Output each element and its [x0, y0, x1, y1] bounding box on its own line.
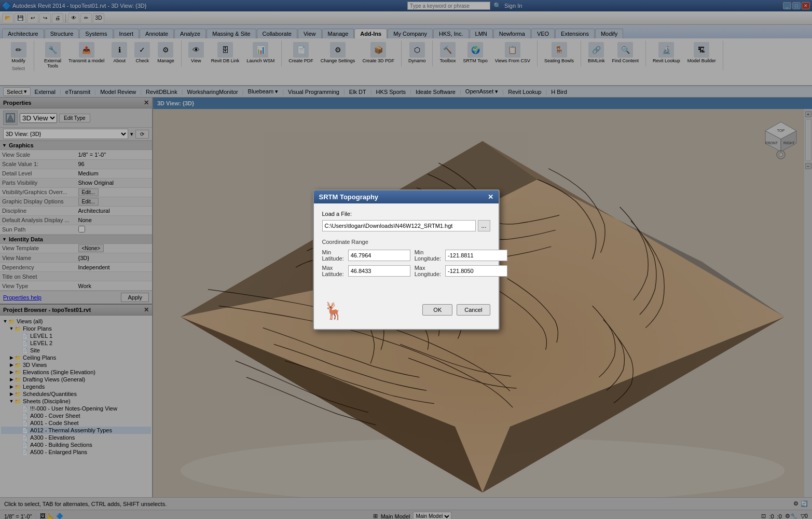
max-lat-label: Max Latitude: [322, 265, 344, 277]
max-lon-label: Max Longitude: [415, 265, 441, 277]
dialog-body: Load a File: ... Coordinate Range Min La… [314, 203, 499, 293]
min-lat-label: Min Latitude: [322, 249, 344, 262]
max-lat-input[interactable] [348, 265, 410, 277]
file-path-row: ... [322, 220, 490, 231]
coord-grid: Min Latitude: Min Longitude: Max Latitud… [322, 249, 490, 277]
dialog-close-icon[interactable]: ✕ [488, 193, 493, 201]
min-lon-input[interactable] [445, 250, 507, 261]
dialog-logo: 🦌 [322, 298, 345, 322]
ok-button[interactable]: OK [422, 304, 452, 316]
min-lat-input[interactable] [348, 250, 410, 261]
srtm-dialog: SRTM Topography ✕ Load a File: ... Coord… [313, 189, 500, 330]
load-file-label: Load a File: [322, 211, 490, 217]
dialog-title: SRTM Topography [319, 193, 379, 201]
min-lon-label: Min Longitude: [415, 249, 441, 262]
max-lon-input[interactable] [445, 265, 507, 277]
browse-button[interactable]: ... [478, 220, 490, 231]
dialog-footer: 🦌 OK Cancel [314, 293, 499, 329]
dialog-titlebar: SRTM Topography ✕ [314, 190, 499, 203]
coord-range-label: Coordinate Range [322, 239, 490, 245]
dialog-overlay: SRTM Topography ✕ Load a File: ... Coord… [0, 0, 812, 519]
cancel-button[interactable]: Cancel [457, 304, 490, 316]
file-path-input[interactable] [322, 220, 476, 231]
svg-text:🦌: 🦌 [323, 301, 344, 321]
